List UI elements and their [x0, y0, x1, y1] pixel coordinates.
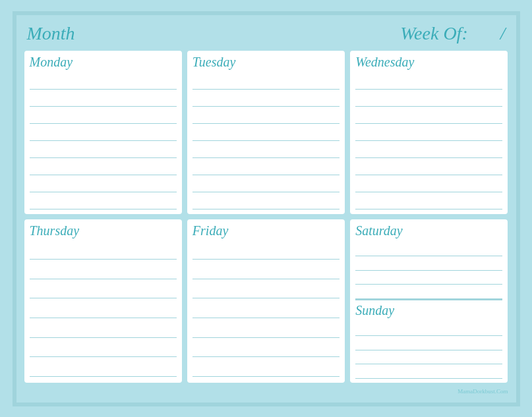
watermark: MamaDorkbust.Com	[24, 388, 508, 395]
monday-cell: Monday	[24, 51, 182, 214]
line[interactable]	[355, 125, 502, 141]
line[interactable]	[192, 302, 340, 318]
line[interactable]	[355, 322, 502, 337]
line[interactable]	[192, 159, 340, 175]
line[interactable]	[192, 74, 340, 90]
friday-label: Friday	[192, 223, 340, 240]
line[interactable]	[192, 194, 340, 209]
friday-lines	[192, 242, 340, 379]
line[interactable]	[355, 242, 502, 257]
line[interactable]	[192, 341, 340, 357]
line[interactable]	[192, 177, 340, 192]
line[interactable]	[355, 159, 502, 175]
line[interactable]	[30, 264, 177, 279]
line[interactable]	[30, 361, 177, 377]
line[interactable]	[355, 91, 502, 107]
line[interactable]	[355, 256, 502, 271]
saturday-sunday-cell: Saturday Sunday	[350, 219, 508, 383]
line[interactable]	[30, 142, 177, 158]
weekly-planner: Month Week Of: / Monday Tuesday	[13, 11, 520, 406]
wednesday-lines	[355, 74, 502, 210]
line[interactable]	[192, 283, 340, 298]
line[interactable]	[192, 91, 340, 107]
planner-header: Month Week Of: /	[24, 22, 508, 47]
sunday-lines	[355, 322, 502, 379]
line[interactable]	[30, 108, 177, 124]
line[interactable]	[30, 302, 177, 318]
monday-lines	[30, 74, 177, 210]
line[interactable]	[355, 142, 502, 158]
line[interactable]	[30, 159, 177, 175]
line[interactable]	[30, 91, 177, 107]
friday-cell: Friday	[187, 219, 345, 383]
line[interactable]	[192, 125, 340, 141]
thursday-cell: Thursday	[24, 219, 182, 383]
line[interactable]	[355, 336, 502, 350]
line[interactable]	[355, 108, 502, 124]
line[interactable]	[355, 194, 502, 209]
tuesday-lines	[192, 74, 340, 210]
line[interactable]	[30, 244, 177, 260]
line[interactable]	[30, 125, 177, 141]
line[interactable]	[192, 108, 340, 124]
line[interactable]	[30, 194, 177, 209]
sunday-section: Sunday	[355, 303, 502, 379]
thursday-label: Thursday	[30, 223, 177, 240]
line[interactable]	[355, 271, 502, 285]
line[interactable]	[30, 177, 177, 192]
saturday-section: Saturday	[355, 223, 502, 300]
wednesday-cell: Wednesday	[350, 51, 508, 214]
month-label: Month	[27, 23, 75, 44]
line[interactable]	[355, 285, 502, 299]
tuesday-cell: Tuesday	[187, 51, 345, 214]
line[interactable]	[192, 142, 340, 158]
wednesday-label: Wednesday	[355, 55, 502, 71]
line[interactable]	[30, 74, 177, 90]
line[interactable]	[30, 283, 177, 298]
thursday-lines	[30, 242, 177, 379]
tuesday-label: Tuesday	[192, 55, 340, 71]
line[interactable]	[192, 322, 340, 338]
line[interactable]	[355, 177, 502, 192]
saturday-lines	[355, 242, 502, 299]
line[interactable]	[30, 322, 177, 338]
line[interactable]	[192, 264, 340, 279]
line[interactable]	[355, 350, 502, 365]
sunday-label: Sunday	[355, 303, 502, 320]
line[interactable]	[355, 74, 502, 90]
saturday-label: Saturday	[355, 223, 502, 240]
line[interactable]	[30, 341, 177, 357]
line[interactable]	[355, 364, 502, 379]
line[interactable]	[192, 361, 340, 377]
monday-label: Monday	[30, 55, 177, 71]
days-grid: Monday Tuesday	[24, 51, 508, 383]
week-of-label: Week Of: /	[400, 23, 505, 44]
line[interactable]	[192, 244, 340, 260]
